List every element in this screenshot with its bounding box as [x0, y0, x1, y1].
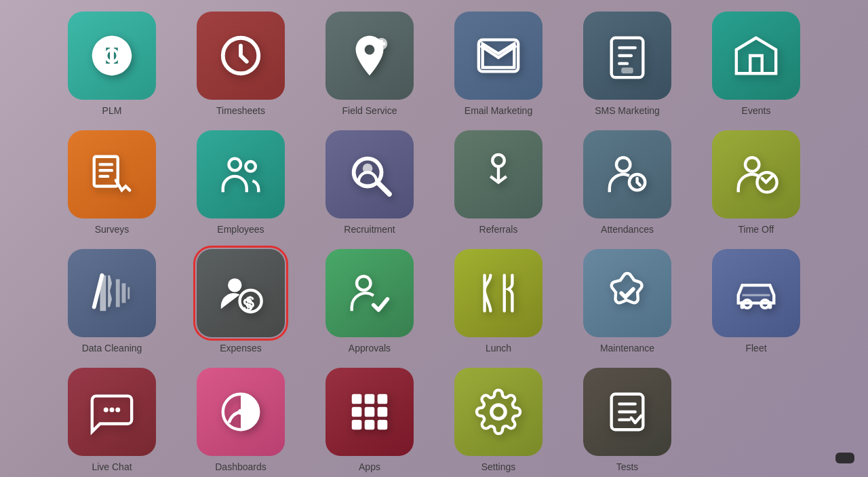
app-item-time-off[interactable]: Time Off: [698, 123, 814, 235]
svg-rect-30: [352, 406, 362, 417]
app-item-approvals[interactable]: Approvals: [312, 242, 427, 354]
field-service-label: Field Service: [342, 105, 397, 117]
watermark: [835, 453, 854, 463]
svg-point-26: [238, 408, 244, 415]
referrals-label: Referrals: [479, 224, 518, 235]
app-item-tests[interactable]: Tests: [570, 361, 685, 473]
apps-label: Apps: [359, 461, 380, 473]
svg-point-13: [745, 157, 759, 171]
svg-point-23: [110, 407, 115, 412]
app-item-maintenance[interactable]: Maintenance: [570, 242, 685, 354]
svg-rect-32: [378, 406, 388, 417]
timesheets-label: Timesheets: [216, 105, 265, 117]
fleet-icon: [712, 249, 800, 337]
timesheets-icon: [197, 12, 285, 100]
surveys-label: Surveys: [95, 224, 130, 235]
svg-point-19: [357, 276, 370, 290]
expenses-label: Expenses: [220, 343, 261, 354]
expenses-icon: $ $: [197, 249, 285, 337]
live-chat-label: Live Chat: [92, 461, 132, 473]
settings-icon: [454, 368, 542, 456]
app-item-sms-marketing[interactable]: SMS Marketing: [570, 5, 685, 117]
svg-rect-31: [365, 406, 375, 417]
app-item-data-cleaning[interactable]: Data Cleaning: [54, 242, 170, 354]
app-item-settings[interactable]: Settings: [441, 361, 556, 473]
tests-label: Tests: [616, 461, 639, 473]
app-item-referrals[interactable]: Referrals: [441, 123, 556, 235]
time-off-label: Time Off: [738, 224, 774, 235]
app-item-surveys[interactable]: Surveys: [54, 123, 170, 235]
svg-rect-29: [378, 394, 388, 404]
svg-text:$: $: [245, 294, 254, 311]
app-item-attendances[interactable]: Attendances: [570, 123, 685, 235]
svg-point-15: [228, 278, 241, 292]
sms-marketing-label: SMS Marketing: [595, 105, 660, 117]
svg-rect-4: [621, 67, 633, 73]
svg-point-11: [616, 157, 630, 171]
app-item-dashboards[interactable]: Dashboards: [183, 361, 298, 473]
employees-label: Employees: [217, 224, 264, 235]
svg-rect-33: [352, 419, 362, 430]
recruitment-label: Recruitment: [344, 224, 395, 235]
maintenance-icon: [583, 249, 671, 337]
fleet-label: Fleet: [745, 343, 766, 354]
tests-icon: [583, 368, 671, 456]
svg-rect-34: [365, 419, 375, 430]
sms-marketing-icon: [583, 12, 671, 100]
app-item-field-service[interactable]: Field Service: [312, 5, 427, 117]
app-item-fleet[interactable]: Fleet: [698, 242, 814, 354]
maintenance-label: Maintenance: [600, 343, 654, 354]
approvals-label: Approvals: [349, 343, 391, 354]
app-item-lunch[interactable]: Lunch: [441, 242, 556, 354]
events-icon: [712, 12, 800, 100]
live-chat-icon: [68, 368, 156, 456]
attendances-label: Attendances: [601, 224, 654, 235]
app-item-live-chat[interactable]: Live Chat: [54, 361, 170, 473]
svg-point-36: [492, 404, 505, 418]
surveys-icon: [68, 130, 156, 218]
app-item-plm[interactable]: PLM: [54, 5, 170, 117]
email-marketing-icon: [454, 12, 542, 100]
time-off-icon: [712, 130, 800, 218]
svg-rect-27: [352, 394, 362, 404]
app-item-recruitment[interactable]: Recruitment: [312, 123, 427, 235]
approvals-icon: [326, 249, 414, 337]
lunch-label: Lunch: [486, 343, 511, 354]
svg-point-6: [229, 158, 241, 170]
svg-point-24: [115, 407, 120, 412]
lunch-icon: [454, 249, 542, 337]
app-item-email-marketing[interactable]: Email Marketing: [441, 5, 556, 117]
plm-label: PLM: [102, 105, 122, 117]
dashboards-label: Dashboards: [215, 461, 267, 473]
app-item-apps[interactable]: Apps: [312, 361, 427, 473]
svg-rect-35: [378, 419, 388, 430]
apps-icon: [326, 368, 414, 456]
data-cleaning-icon: [68, 249, 156, 337]
events-label: Events: [742, 105, 771, 117]
app-item-expenses[interactable]: $ $ Expenses: [183, 242, 298, 354]
svg-point-10: [492, 155, 505, 167]
field-service-icon: [326, 12, 414, 100]
app-grid: PLMTimesheetsField ServiceEmail Marketin…: [41, 0, 827, 477]
svg-point-22: [104, 407, 108, 412]
app-item-employees[interactable]: Employees: [183, 123, 298, 235]
dashboards-icon: [197, 368, 285, 456]
employees-icon: [197, 130, 285, 218]
email-marketing-label: Email Marketing: [465, 105, 532, 117]
attendances-icon: [583, 130, 671, 218]
settings-label: Settings: [481, 461, 516, 473]
data-cleaning-label: Data Cleaning: [82, 343, 142, 354]
svg-rect-28: [365, 394, 375, 404]
plm-icon: [68, 12, 156, 100]
app-item-timesheets[interactable]: Timesheets: [183, 5, 298, 117]
svg-point-7: [245, 161, 256, 172]
recruitment-icon: [326, 130, 414, 218]
referrals-icon: [454, 130, 542, 218]
app-item-events[interactable]: Events: [698, 5, 814, 117]
